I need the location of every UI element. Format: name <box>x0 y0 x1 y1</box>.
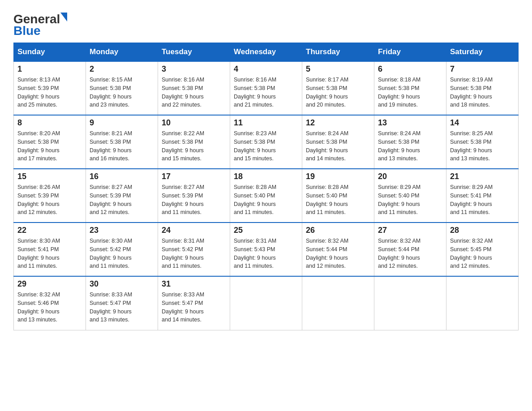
day-number: 27 <box>378 226 442 235</box>
day-info: Sunrise: 8:28 AM Sunset: 5:40 PM Dayligh… <box>234 183 298 217</box>
calendar-cell: 1 Sunrise: 8:13 AM Sunset: 5:39 PM Dayli… <box>14 61 86 115</box>
calendar-cell: 27 Sunrise: 8:32 AM Sunset: 5:44 PM Dayl… <box>374 223 446 276</box>
day-number: 23 <box>90 226 154 235</box>
calendar-cell: 24 Sunrise: 8:31 AM Sunset: 5:42 PM Dayl… <box>158 223 230 276</box>
calendar-cell: 18 Sunrise: 8:28 AM Sunset: 5:40 PM Dayl… <box>230 169 302 223</box>
day-number: 14 <box>450 118 515 128</box>
svg-text:Blue: Blue <box>13 24 41 38</box>
day-info: Sunrise: 8:33 AM Sunset: 5:47 PM Dayligh… <box>90 291 154 324</box>
calendar-cell: 13 Sunrise: 8:24 AM Sunset: 5:38 PM Dayl… <box>374 115 446 169</box>
day-info: Sunrise: 8:33 AM Sunset: 5:47 PM Dayligh… <box>162 291 226 324</box>
calendar-day-header-thursday: Thursday <box>302 43 374 62</box>
day-number: 30 <box>90 279 154 289</box>
calendar-cell: 12 Sunrise: 8:24 AM Sunset: 5:38 PM Dayl… <box>302 115 374 169</box>
day-info: Sunrise: 8:13 AM Sunset: 5:39 PM Dayligh… <box>17 76 82 109</box>
day-info: Sunrise: 8:21 AM Sunset: 5:38 PM Dayligh… <box>90 129 154 163</box>
day-info: Sunrise: 8:19 AM Sunset: 5:38 PM Dayligh… <box>450 76 515 109</box>
day-number: 13 <box>378 118 442 128</box>
calendar-week-row-4: 22 Sunrise: 8:30 AM Sunset: 5:41 PM Dayl… <box>14 223 519 276</box>
day-info: Sunrise: 8:32 AM Sunset: 5:44 PM Dayligh… <box>306 237 370 270</box>
day-number: 8 <box>17 118 82 128</box>
day-info: Sunrise: 8:24 AM Sunset: 5:38 PM Dayligh… <box>378 129 442 163</box>
day-info: Sunrise: 8:29 AM Sunset: 5:41 PM Dayligh… <box>450 183 515 217</box>
day-info: Sunrise: 8:27 AM Sunset: 5:39 PM Dayligh… <box>162 183 226 217</box>
calendar-cell: 9 Sunrise: 8:21 AM Sunset: 5:38 PM Dayli… <box>86 115 158 169</box>
day-info: Sunrise: 8:23 AM Sunset: 5:38 PM Dayligh… <box>234 129 298 163</box>
calendar-day-header-saturday: Saturday <box>446 43 519 62</box>
day-number: 19 <box>306 172 370 181</box>
day-info: Sunrise: 8:28 AM Sunset: 5:40 PM Dayligh… <box>306 183 370 217</box>
day-info: Sunrise: 8:30 AM Sunset: 5:42 PM Dayligh… <box>90 237 154 270</box>
calendar-week-row-5: 29 Sunrise: 8:32 AM Sunset: 5:46 PM Dayl… <box>14 276 519 330</box>
calendar-cell: 2 Sunrise: 8:15 AM Sunset: 5:38 PM Dayli… <box>86 61 158 115</box>
logo: General Blue <box>13 9 76 38</box>
calendar-cell: 21 Sunrise: 8:29 AM Sunset: 5:41 PM Dayl… <box>446 169 519 223</box>
calendar-cell: 6 Sunrise: 8:18 AM Sunset: 5:38 PM Dayli… <box>374 61 446 115</box>
calendar-day-header-wednesday: Wednesday <box>230 43 302 62</box>
day-number: 15 <box>17 172 82 181</box>
day-info: Sunrise: 8:32 AM Sunset: 5:45 PM Dayligh… <box>450 237 515 270</box>
calendar-cell: 15 Sunrise: 8:26 AM Sunset: 5:39 PM Dayl… <box>14 169 86 223</box>
logo-svg: General Blue <box>13 9 76 38</box>
calendar-cell: 22 Sunrise: 8:30 AM Sunset: 5:41 PM Dayl… <box>14 223 86 276</box>
calendar-cell: 26 Sunrise: 8:32 AM Sunset: 5:44 PM Dayl… <box>302 223 374 276</box>
day-info: Sunrise: 8:32 AM Sunset: 5:44 PM Dayligh… <box>378 237 442 270</box>
calendar-day-header-friday: Friday <box>374 43 446 62</box>
day-number: 17 <box>162 172 226 181</box>
day-number: 11 <box>234 118 298 128</box>
calendar-week-row-2: 8 Sunrise: 8:20 AM Sunset: 5:38 PM Dayli… <box>14 115 519 169</box>
day-info: Sunrise: 8:31 AM Sunset: 5:42 PM Dayligh… <box>162 237 226 270</box>
day-number: 31 <box>162 279 226 289</box>
day-info: Sunrise: 8:25 AM Sunset: 5:38 PM Dayligh… <box>450 129 515 163</box>
calendar-cell: 10 Sunrise: 8:22 AM Sunset: 5:38 PM Dayl… <box>158 115 230 169</box>
day-info: Sunrise: 8:18 AM Sunset: 5:38 PM Dayligh… <box>378 76 442 109</box>
page-header: General Blue <box>13 9 519 38</box>
day-number: 22 <box>17 226 82 235</box>
day-info: Sunrise: 8:29 AM Sunset: 5:40 PM Dayligh… <box>378 183 442 217</box>
day-info: Sunrise: 8:24 AM Sunset: 5:38 PM Dayligh… <box>306 129 370 163</box>
calendar-cell: 20 Sunrise: 8:29 AM Sunset: 5:40 PM Dayl… <box>374 169 446 223</box>
day-number: 28 <box>450 226 515 235</box>
calendar-cell: 29 Sunrise: 8:32 AM Sunset: 5:46 PM Dayl… <box>14 276 86 330</box>
day-number: 4 <box>234 64 298 74</box>
calendar-cell: 31 Sunrise: 8:33 AM Sunset: 5:47 PM Dayl… <box>158 276 230 330</box>
day-number: 3 <box>162 64 226 74</box>
calendar-week-row-1: 1 Sunrise: 8:13 AM Sunset: 5:39 PM Dayli… <box>14 61 519 115</box>
day-info: Sunrise: 8:31 AM Sunset: 5:43 PM Dayligh… <box>234 237 298 270</box>
day-info: Sunrise: 8:16 AM Sunset: 5:38 PM Dayligh… <box>162 76 226 109</box>
calendar-table: SundayMondayTuesdayWednesdayThursdayFrid… <box>13 43 519 330</box>
calendar-cell: 4 Sunrise: 8:16 AM Sunset: 5:38 PM Dayli… <box>230 61 302 115</box>
calendar-cell: 7 Sunrise: 8:19 AM Sunset: 5:38 PM Dayli… <box>446 61 519 115</box>
calendar-cell: 25 Sunrise: 8:31 AM Sunset: 5:43 PM Dayl… <box>230 223 302 276</box>
day-number: 12 <box>306 118 370 128</box>
calendar-cell: 17 Sunrise: 8:27 AM Sunset: 5:39 PM Dayl… <box>158 169 230 223</box>
calendar-cell <box>302 276 374 330</box>
day-number: 9 <box>90 118 154 128</box>
day-number: 7 <box>450 64 515 74</box>
day-info: Sunrise: 8:30 AM Sunset: 5:41 PM Dayligh… <box>17 237 82 270</box>
day-number: 18 <box>234 172 298 181</box>
day-number: 24 <box>162 226 226 235</box>
day-number: 10 <box>162 118 226 128</box>
calendar-day-header-monday: Monday <box>86 43 158 62</box>
day-number: 5 <box>306 64 370 74</box>
day-info: Sunrise: 8:27 AM Sunset: 5:39 PM Dayligh… <box>90 183 154 217</box>
day-info: Sunrise: 8:26 AM Sunset: 5:39 PM Dayligh… <box>17 183 82 217</box>
calendar-cell: 8 Sunrise: 8:20 AM Sunset: 5:38 PM Dayli… <box>14 115 86 169</box>
calendar-cell: 11 Sunrise: 8:23 AM Sunset: 5:38 PM Dayl… <box>230 115 302 169</box>
day-info: Sunrise: 8:17 AM Sunset: 5:38 PM Dayligh… <box>306 76 370 109</box>
day-number: 29 <box>17 279 82 289</box>
day-info: Sunrise: 8:22 AM Sunset: 5:38 PM Dayligh… <box>162 129 226 163</box>
day-info: Sunrise: 8:15 AM Sunset: 5:38 PM Dayligh… <box>90 76 154 109</box>
day-info: Sunrise: 8:20 AM Sunset: 5:38 PM Dayligh… <box>17 129 82 163</box>
calendar-cell: 5 Sunrise: 8:17 AM Sunset: 5:38 PM Dayli… <box>302 61 374 115</box>
calendar-cell: 16 Sunrise: 8:27 AM Sunset: 5:39 PM Dayl… <box>86 169 158 223</box>
day-number: 1 <box>17 64 82 74</box>
day-number: 16 <box>90 172 154 181</box>
calendar-day-header-sunday: Sunday <box>14 43 86 62</box>
day-number: 6 <box>378 64 442 74</box>
calendar-cell <box>230 276 302 330</box>
calendar-week-row-3: 15 Sunrise: 8:26 AM Sunset: 5:39 PM Dayl… <box>14 169 519 223</box>
day-number: 2 <box>90 64 154 74</box>
day-number: 20 <box>378 172 442 181</box>
